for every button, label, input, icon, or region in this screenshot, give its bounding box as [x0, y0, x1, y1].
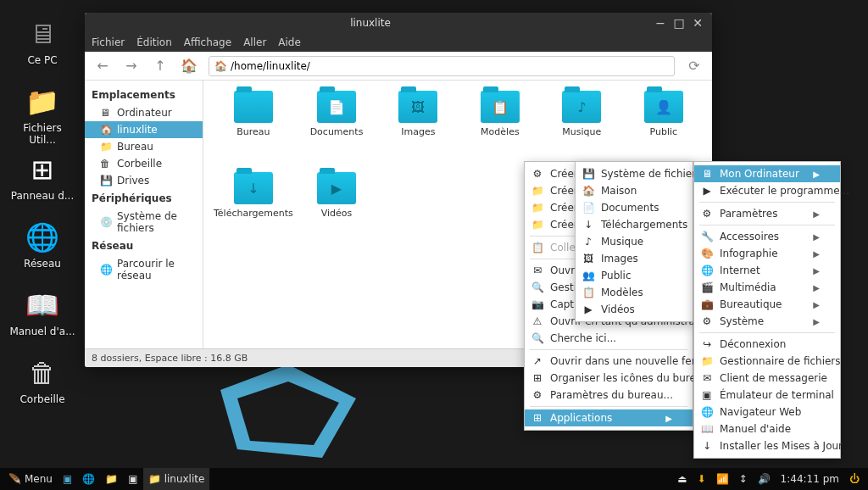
menu-item-modles[interactable]: 📋Modèles	[576, 284, 693, 301]
folder-musique[interactable]: ♪Musique	[543, 91, 620, 167]
menubar: FichierÉditionAffichageAllerAide	[85, 33, 712, 52]
updates-tray[interactable]: ⬇	[692, 468, 710, 490]
menu-item-tlchargements[interactable]: ↓Téléchargements	[576, 216, 693, 233]
desktop-icon-fichiersutil[interactable]: 📁Fichiers Util...	[8, 85, 76, 146]
statusbar-text: 8 dossiers, Espace libre : 16.8 GB	[92, 353, 248, 364]
menu-aller[interactable]: Aller	[243, 36, 266, 48]
menu-item-manueldaide[interactable]: 📖Manuel d'aide	[694, 420, 840, 437]
sidebar-section-emplacements: Emplacements	[85, 86, 203, 104]
menu-aide[interactable]: Aide	[278, 36, 301, 48]
folder-modles[interactable]: 📋Modèles	[462, 91, 538, 167]
menu-item-icon: ↗	[531, 355, 543, 367]
menu-item-images[interactable]: 🖼Images	[576, 250, 693, 267]
menu-fichier[interactable]: Fichier	[92, 36, 125, 48]
sidebar-item-drives[interactable]: 💾Drives	[85, 172, 203, 189]
usb-tray[interactable]: ⏏	[672, 468, 692, 490]
files-launcher[interactable]: 📁	[100, 468, 123, 490]
menu-button[interactable]: 🪶 Menu	[3, 468, 58, 490]
folder-bureau[interactable]: Bureau	[214, 91, 293, 167]
wifi-tray[interactable]: 📶	[711, 468, 734, 490]
menu-item-gestionnairedefichie[interactable]: 📁Gestionnaire de fichiers	[694, 353, 840, 370]
menu-item-maison[interactable]: 🏠Maison	[576, 182, 693, 199]
menu-item-documents[interactable]: 📄Documents	[576, 199, 693, 216]
menu-item-internet[interactable]: 🌐Internet▶	[694, 262, 840, 279]
workspace-button[interactable]: ▣	[58, 468, 77, 490]
menu-édition[interactable]: Édition	[136, 36, 172, 48]
back-button[interactable]: ←	[93, 57, 112, 75]
folder-images[interactable]: 🖼Images	[380, 91, 456, 167]
menu-item-accessoires[interactable]: 🔧Accessoires▶	[694, 228, 840, 245]
folder-documents[interactable]: 📄Documents	[298, 91, 375, 167]
menu-item-icon: ⚠	[531, 315, 543, 327]
menu-item-systme[interactable]: ⚙Système▶	[694, 313, 840, 330]
forward-button[interactable]: →	[122, 57, 141, 75]
clock-text: 1:44:11 pm	[781, 473, 839, 485]
menu-item-dconnexion[interactable]: ↪Déconnexion	[694, 336, 840, 353]
workspace-icon: ▣	[63, 473, 72, 485]
sidebar-item-parcourirlerseau[interactable]: 🌐Parcourir le réseau	[85, 255, 203, 284]
folder-label: Documents	[298, 126, 375, 137]
desktop-icon-manuelda[interactable]: 📖Manuel d'a...	[8, 288, 76, 337]
desktop-icon-cepc[interactable]: 🖥Ce PC	[8, 17, 76, 66]
menu-item-paramtres[interactable]: ⚙Paramètres▶	[694, 205, 840, 222]
menu-item-label: Exécuter le programme...	[720, 185, 849, 197]
chrome-launcher[interactable]: 🌐	[77, 468, 100, 490]
close-button[interactable]: ✕	[688, 14, 707, 32]
network-tray[interactable]: ↕	[734, 468, 753, 490]
folder-icon: ♪	[562, 91, 601, 123]
sidebar-item-corbeille[interactable]: 🗑Corbeille	[85, 155, 203, 172]
home-button[interactable]: 🏠	[180, 57, 198, 75]
titlebar[interactable]: linuxlite − □ ✕	[85, 13, 712, 33]
volume-tray[interactable]: 🔊	[753, 468, 776, 490]
desktop-icon-rseau[interactable]: 🌐Réseau	[8, 220, 76, 270]
pathbar[interactable]: 🏠 /home/linuxlite/	[209, 56, 675, 76]
menu-item-organiserlesicnesdub[interactable]: ⊞Organiser les icônes du bureau	[525, 370, 693, 387]
menu-item-systmedefichiers[interactable]: 💾Système de fichiers	[576, 165, 693, 182]
terminal-launcher[interactable]: ▣	[123, 468, 142, 490]
separator	[699, 225, 835, 226]
menu-item-navigateurweb[interactable]: 🌐Navigateur Web	[694, 404, 840, 420]
menu-item-excuterleprogramme[interactable]: ▶Exécuter le programme...	[694, 182, 840, 199]
power-tray[interactable]: ⏻	[844, 468, 865, 490]
menu-item-musique[interactable]: ♪Musique	[576, 233, 693, 250]
menu-item-clientdemessagerie[interactable]: ✉Client de messagerie	[694, 370, 840, 387]
sidebar-item-systmedefichiers[interactable]: 💿Système de fichiers	[85, 208, 203, 237]
menu-item-icon: ♪	[582, 236, 594, 248]
sidebar-item-ordinateur[interactable]: 🖥Ordinateur	[85, 104, 203, 121]
taskbar-app-button[interactable]: 📁 linuxlite	[143, 468, 210, 490]
menu-item-icon: ⊞	[531, 372, 543, 384]
menu-item-ouvrirdansunenouvell[interactable]: ↗Ouvrir dans une nouvelle fenêtre	[525, 353, 693, 370]
menu-item-vidos[interactable]: ▶Vidéos	[576, 301, 693, 318]
maximize-button[interactable]: □	[670, 14, 688, 32]
menu-item-multimdia[interactable]: 🎬Multimédia▶	[694, 279, 840, 296]
menu-affichage[interactable]: Affichage	[184, 36, 231, 48]
menu-item-monordinateur[interactable]: 🖥Mon Ordinateur▶	[694, 165, 840, 182]
desktop-icon-corbeille[interactable]: 🗑Corbeille	[8, 356, 76, 405]
desktop-icon-panneaud[interactable]: ⊞Panneau d...	[8, 153, 76, 202]
sidebar-item-bureau[interactable]: 📁Bureau	[85, 138, 203, 155]
separator	[530, 349, 687, 350]
folder-vidos[interactable]: ▶Vidéos	[298, 172, 375, 248]
menu-item-icon: ↓	[582, 219, 594, 231]
folder-label: Bureau	[214, 126, 293, 137]
sidebar-item-linuxlite[interactable]: 🏠linuxlite	[85, 121, 203, 138]
menu-item-installerlesmisesjou[interactable]: ↓Installer les Mises à Jour	[694, 437, 840, 454]
menu-item-public[interactable]: 👥Public	[576, 267, 693, 284]
menu-item-applications[interactable]: ⊞Applications▶	[525, 409, 693, 426]
sidebar-item-label: Ordinateur	[117, 107, 172, 119]
folder-tlchargements[interactable]: ↓Téléchargements	[214, 172, 293, 248]
menu-item-bureautique[interactable]: 💼Bureautique▶	[694, 296, 840, 313]
folder-public[interactable]: 👤Public	[626, 91, 702, 167]
menu-item-paramtresdubureau[interactable]: ⚙Paramètres du bureau...	[525, 387, 693, 404]
up-button[interactable]: ↑	[151, 57, 170, 75]
folder-label: Vidéos	[298, 208, 375, 219]
clock[interactable]: 1:44:11 pm	[776, 468, 844, 490]
menu-item-label: Multimédia	[720, 281, 776, 293]
minimize-button[interactable]: −	[651, 14, 670, 32]
refresh-button[interactable]: ⟳	[685, 57, 704, 75]
volume-icon: 🔊	[758, 473, 771, 485]
menu-item-mulateurdeterminal[interactable]: ▣Émulateur de terminal	[694, 387, 840, 404]
menu-item-label: Bureautique	[720, 298, 782, 310]
menu-item-chercheici[interactable]: 🔍Cherche ici...	[525, 330, 693, 347]
menu-item-infographie[interactable]: 🎨Infographie▶	[694, 245, 840, 262]
